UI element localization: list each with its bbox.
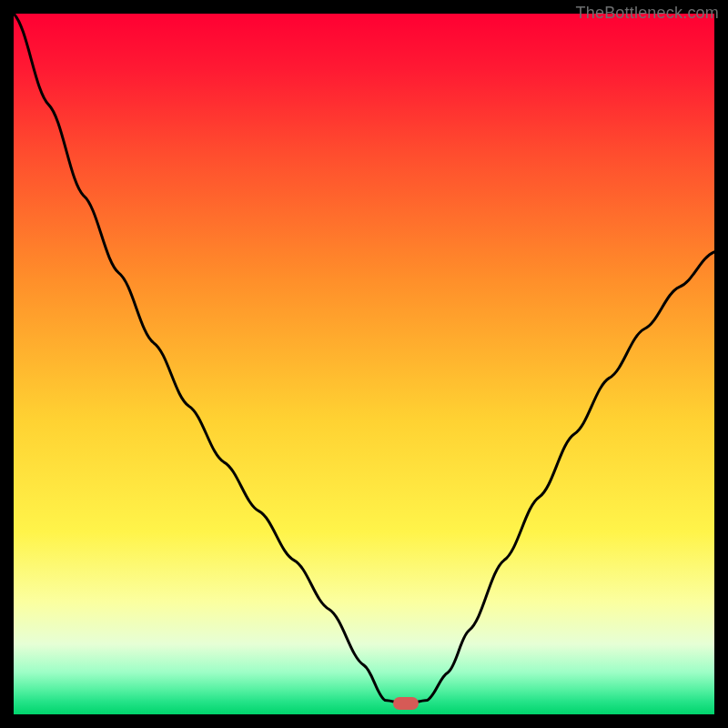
curve-svg	[14, 14, 714, 714]
plot-area	[14, 14, 714, 714]
bottleneck-curve	[14, 14, 714, 703]
chart-frame: TheBottleneck.com	[0, 0, 728, 728]
watermark-text: TheBottleneck.com	[576, 4, 719, 23]
bottleneck-marker	[393, 697, 419, 710]
